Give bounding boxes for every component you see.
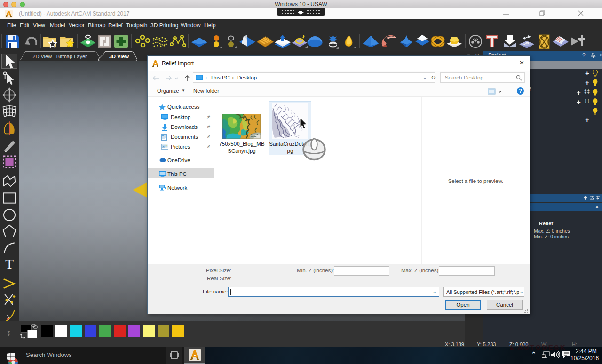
svg-text:T: T — [5, 256, 14, 271]
svg-text:2D View - Bitmap Layer: 2D View - Bitmap Layer — [32, 54, 87, 59]
svg-text:3D View: 3D View — [109, 54, 129, 59]
